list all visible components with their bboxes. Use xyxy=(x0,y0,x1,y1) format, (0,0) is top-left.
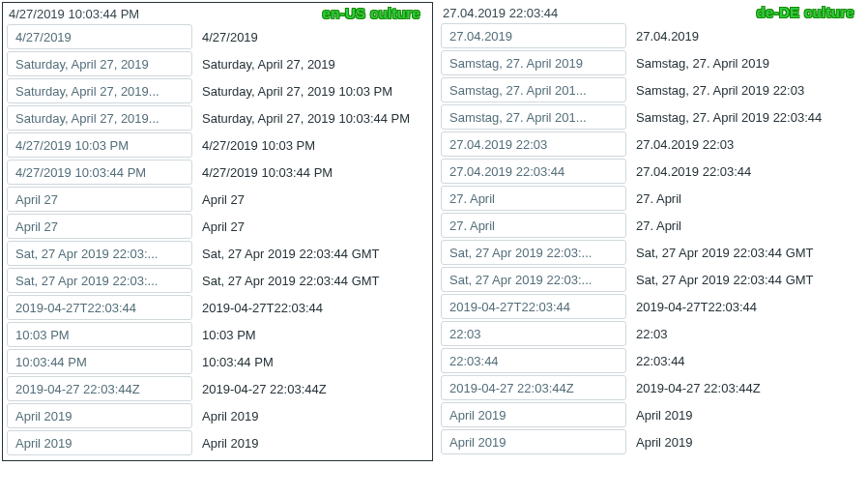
format-input[interactable] xyxy=(7,430,192,455)
format-input[interactable] xyxy=(441,267,626,292)
format-row: Saturday, April 27, 2019 10:03:44 PM xyxy=(7,104,428,131)
format-output: 27. April xyxy=(626,185,862,212)
format-output: 22:03 xyxy=(626,320,862,347)
format-input[interactable] xyxy=(7,403,192,428)
format-input-cell xyxy=(7,402,192,429)
format-input[interactable] xyxy=(7,322,192,347)
format-input-cell xyxy=(7,294,192,321)
format-output: 10:03 PM xyxy=(192,321,428,348)
format-input[interactable] xyxy=(441,104,626,130)
culture-label-en: en-US culture xyxy=(323,5,420,21)
format-output: Saturday, April 27, 2019 xyxy=(192,50,428,77)
format-row: April 2019 xyxy=(441,428,862,455)
format-input-cell xyxy=(441,76,626,103)
format-input[interactable] xyxy=(441,23,626,48)
format-input[interactable] xyxy=(441,77,626,102)
format-row: Samstag, 27. April 2019 22:03:44 xyxy=(441,103,862,131)
format-output: 2019-04-27 22:03:44Z xyxy=(626,374,862,401)
format-row: Sat, 27 Apr 2019 22:03:44 GMT xyxy=(441,266,862,293)
format-input[interactable] xyxy=(441,159,626,184)
format-row: 2019-04-27T22:03:44 xyxy=(7,294,428,321)
format-row: 2019-04-27T22:03:44 xyxy=(441,293,862,320)
comparison-wrap: 4/27/2019 10:03:44 PM en-US culture 4/27… xyxy=(2,2,866,461)
format-row: 27.04.2019 xyxy=(441,22,862,49)
format-output: April 2019 xyxy=(192,429,428,456)
format-input[interactable] xyxy=(7,349,192,374)
format-row: 2019-04-27 22:03:44Z xyxy=(7,375,428,402)
format-input-cell xyxy=(7,321,192,348)
format-input-cell xyxy=(441,185,626,212)
format-input[interactable] xyxy=(7,24,192,49)
format-input[interactable] xyxy=(7,214,192,239)
format-input[interactable] xyxy=(441,131,626,157)
format-row: 27.04.2019 22:03 xyxy=(441,131,862,158)
format-input-cell xyxy=(441,212,626,239)
format-input[interactable] xyxy=(441,240,626,265)
culture-label-de: de-DE culture xyxy=(757,4,854,20)
format-input-cell xyxy=(7,240,192,267)
format-output: Saturday, April 27, 2019 10:03 PM xyxy=(192,77,428,104)
format-row: April 27 xyxy=(7,213,428,240)
format-output: 27.04.2019 22:03 xyxy=(626,131,862,158)
format-input[interactable] xyxy=(7,132,192,158)
format-output: Sat, 27 Apr 2019 22:03:44 GMT xyxy=(192,267,428,294)
format-output: April 27 xyxy=(192,186,428,213)
format-row: Saturday, April 27, 2019 10:03 PM xyxy=(7,77,428,104)
format-row: 2019-04-27 22:03:44Z xyxy=(441,374,862,401)
format-row: 10:03:44 PM xyxy=(7,348,428,375)
format-input[interactable] xyxy=(441,348,626,373)
format-output: 27. April xyxy=(626,212,862,239)
format-input-cell xyxy=(441,49,626,76)
header-timestamp-en: 4/27/2019 10:03:44 PM xyxy=(9,7,139,21)
format-row: 27. April xyxy=(441,212,862,239)
format-input[interactable] xyxy=(441,294,626,319)
format-output: 27.04.2019 xyxy=(626,22,862,49)
format-row: 4/27/2019 10:03 PM xyxy=(7,131,428,159)
format-row: Sat, 27 Apr 2019 22:03:44 GMT xyxy=(7,267,428,294)
format-input[interactable] xyxy=(7,78,192,103)
format-input-cell xyxy=(7,186,192,213)
format-output: Sat, 27 Apr 2019 22:03:44 GMT xyxy=(626,239,862,266)
format-input[interactable] xyxy=(441,321,626,346)
format-input[interactable] xyxy=(7,105,192,131)
format-input-cell xyxy=(441,158,626,185)
format-input-cell xyxy=(441,22,626,49)
format-input-cell xyxy=(441,293,626,320)
format-row: Samstag, 27. April 2019 xyxy=(441,49,862,76)
format-output: 4/27/2019 10:03 PM xyxy=(192,131,428,159)
format-row: Sat, 27 Apr 2019 22:03:44 GMT xyxy=(7,240,428,267)
format-input-cell xyxy=(7,131,192,159)
format-input-cell xyxy=(441,374,626,401)
format-input[interactable] xyxy=(7,187,192,212)
format-output: Sat, 27 Apr 2019 22:03:44 GMT xyxy=(626,266,862,293)
format-row: April 27 xyxy=(7,186,428,213)
format-output: 2019-04-27 22:03:44Z xyxy=(192,375,428,402)
format-input[interactable] xyxy=(441,50,626,75)
format-input[interactable] xyxy=(441,186,626,211)
format-output: 4/27/2019 10:03:44 PM xyxy=(192,159,428,186)
format-input[interactable] xyxy=(441,213,626,238)
format-output: Sat, 27 Apr 2019 22:03:44 GMT xyxy=(192,240,428,267)
format-row: 4/27/2019 10:03:44 PM xyxy=(7,159,428,186)
format-row: Samstag, 27. April 2019 22:03 xyxy=(441,76,862,103)
format-input[interactable] xyxy=(7,295,192,320)
format-input[interactable] xyxy=(7,160,192,185)
format-row: 22:03 xyxy=(441,320,862,347)
format-row: April 2019 xyxy=(7,429,428,456)
format-input[interactable] xyxy=(7,51,192,76)
format-input[interactable] xyxy=(441,375,626,400)
format-input-cell xyxy=(7,375,192,402)
format-input[interactable] xyxy=(7,241,192,266)
format-input[interactable] xyxy=(7,376,192,401)
format-row: 27.04.2019 22:03:44 xyxy=(441,158,862,185)
format-output: 2019-04-27T22:03:44 xyxy=(192,294,428,321)
format-input-cell xyxy=(441,428,626,455)
format-input[interactable] xyxy=(7,268,192,293)
format-input[interactable] xyxy=(441,429,626,454)
header-timestamp-de: 27.04.2019 22:03:44 xyxy=(443,6,558,20)
format-output: 10:03:44 PM xyxy=(192,348,428,375)
format-output: Samstag, 27. April 2019 22:03 xyxy=(626,76,862,103)
format-input-cell xyxy=(441,131,626,158)
format-input-cell xyxy=(7,23,192,50)
format-input[interactable] xyxy=(441,402,626,427)
